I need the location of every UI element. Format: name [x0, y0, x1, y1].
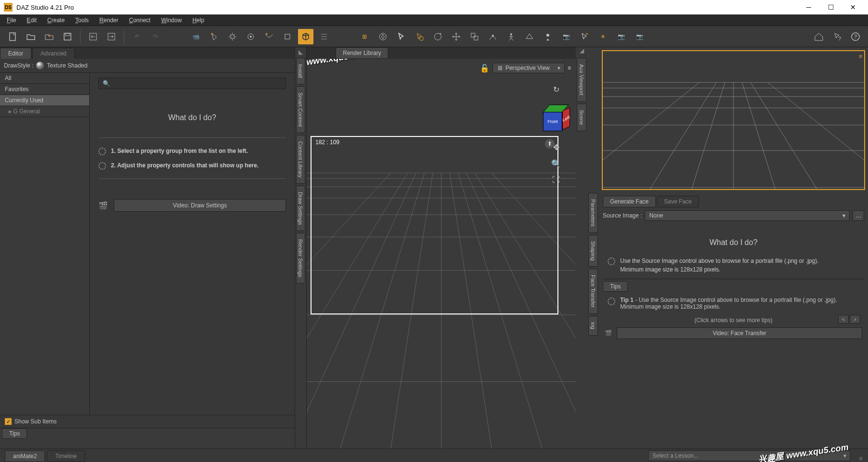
select-tool-icon[interactable] [393, 29, 409, 44]
help-icon[interactable]: ? [848, 29, 863, 44]
render-icon[interactable]: 📷 [558, 29, 574, 44]
sphere-icon[interactable] [36, 62, 44, 69]
source-image-dropdown[interactable]: None [645, 210, 850, 221]
aux-menu-icon[interactable]: ≡ [859, 53, 862, 60]
undo-icon[interactable]: ↶ [129, 29, 145, 44]
camera-settings-icon[interactable]: 📷 [613, 29, 629, 44]
lesson-selector[interactable]: Select a Lesson... [648, 450, 851, 461]
video-face-transfer-button[interactable]: Video: Face Transfer [617, 327, 862, 339]
video-draw-settings-button[interactable]: Video: Draw Settings [114, 199, 286, 212]
camera-lock-icon[interactable]: 🔓 [480, 64, 489, 73]
tip-prev-button[interactable]: < [838, 315, 849, 324]
frame-icon[interactable]: ⛶ [550, 174, 562, 186]
maximize-button[interactable]: ☐ [820, 0, 842, 14]
menu-help[interactable]: Help [188, 15, 209, 25]
region-select-icon[interactable] [412, 29, 427, 44]
filter-currently-used[interactable]: Currently Used [0, 95, 89, 106]
vtab-scene[interactable]: Scene [577, 104, 586, 131]
vtab-install[interactable]: Install [296, 58, 305, 84]
tab-generate-face[interactable]: Generate Face [603, 196, 656, 207]
add-linear-light-icon[interactable]: + [261, 29, 277, 44]
tab-render-library[interactable]: Render Library [336, 47, 388, 59]
menu-file[interactable]: File [2, 15, 21, 25]
view-selector[interactable]: ⊞ Perspective View [492, 63, 565, 73]
add-group-icon[interactable] [316, 29, 332, 44]
main-viewport[interactable]: 🔓 ⊞ Perspective View ≡ ↻ Left Front ✥ 🔍 … [307, 59, 576, 448]
tab-tips[interactable]: Tips [2, 428, 27, 439]
select-children-icon[interactable]: + [577, 29, 592, 44]
translate-tool-icon[interactable] [448, 29, 464, 44]
vtab-content-library[interactable]: Content Library [296, 135, 305, 184]
scale-tool-icon[interactable] [467, 29, 482, 44]
tab-tips[interactable]: Tips [603, 281, 628, 292]
viewport-menu-icon[interactable]: ≡ [568, 65, 571, 71]
pan-icon[interactable]: ✥ [550, 141, 562, 153]
search-input[interactable]: 🔍 [98, 78, 286, 89]
add-spotlight-icon[interactable]: + [206, 29, 222, 44]
vtab-parameters[interactable]: Parameters [588, 193, 598, 233]
orbit-icon[interactable]: ↻ [550, 83, 562, 95]
frame-icon[interactable] [375, 29, 391, 44]
tab-editor[interactable]: Editor [0, 48, 31, 59]
show-sub-items-checkbox[interactable]: ✓ Show Sub Items [5, 418, 290, 425]
context-help-icon[interactable]: ? [829, 29, 845, 44]
spot-render-icon[interactable] [540, 29, 556, 44]
vtab-shaping[interactable]: Shaping [588, 235, 598, 267]
vtab-render-settings[interactable]: Render Settings [296, 233, 305, 284]
save-file-icon[interactable] [60, 29, 75, 44]
filter-favorites[interactable]: Favorites [0, 84, 89, 95]
menu-window[interactable]: Window [156, 15, 187, 25]
panel-corner-icon[interactable]: ◢ [576, 47, 587, 57]
tab-advanced[interactable]: Advanced [32, 48, 74, 59]
view-cube[interactable]: Left Front [541, 103, 571, 133]
menu-create[interactable]: Create [42, 15, 69, 25]
add-null-icon[interactable] [280, 29, 295, 44]
bottom-menu-icon[interactable]: ≡ [854, 455, 868, 462]
tip-next-button[interactable]: > [850, 315, 860, 324]
menu-tools[interactable]: Tools [70, 15, 94, 25]
close-button[interactable]: ✕ [842, 0, 864, 14]
panel-corner-icon[interactable]: ◣ [295, 47, 306, 57]
menu-edit[interactable]: Edit [22, 15, 41, 25]
help-step-2: 2. Adjust the property controls that wil… [98, 161, 286, 170]
redo-icon[interactable]: ↷ [148, 29, 163, 44]
tab-animate2[interactable]: aniMate2 [5, 450, 45, 462]
snap-icon[interactable]: ⊞ [357, 29, 372, 44]
vtab-face-transfer[interactable]: Face Transfer [588, 269, 598, 314]
render-settings-icon[interactable]: 📷 [632, 29, 647, 44]
new-file-icon[interactable] [5, 29, 20, 44]
render-frame[interactable]: 182 : 109 ⬆ [311, 136, 558, 314]
export-icon[interactable] [104, 29, 119, 44]
open-file-icon[interactable] [23, 29, 39, 44]
zoom-icon[interactable]: 🔍 [550, 157, 562, 170]
tab-timeline[interactable]: Timeline [47, 450, 85, 462]
add-point-light-icon[interactable] [243, 29, 258, 44]
lights-toggle-icon[interactable]: ☀ [595, 29, 610, 44]
filter-general[interactable]: G General [0, 106, 89, 117]
minimize-button[interactable]: ─ [798, 0, 820, 14]
universal-tool-icon[interactable] [485, 29, 501, 44]
add-camera-icon[interactable]: 📹 [188, 29, 203, 44]
menu-render[interactable]: Render [95, 15, 123, 25]
surface-tool-icon[interactable] [522, 29, 537, 44]
tab-save-face[interactable]: Save Face [657, 196, 699, 207]
menu-connect[interactable]: Connect [124, 15, 155, 25]
aux-viewport[interactable]: ≡ [602, 50, 865, 190]
drawstyle-value[interactable]: Texture Shaded [47, 62, 87, 69]
active-pose-icon[interactable] [503, 29, 519, 44]
vtab-smart-content[interactable]: Smart Content [296, 86, 305, 133]
browse-button[interactable]: … [853, 210, 864, 221]
vtab-posing[interactable]: ing [588, 316, 598, 336]
merge-file-icon[interactable] [41, 29, 57, 44]
vtab-draw-settings[interactable]: Draw Settings [296, 186, 305, 231]
daz-home-icon[interactable] [811, 29, 827, 44]
checkbox-checked-icon: ✓ [5, 418, 12, 425]
rotate-tool-icon[interactable] [430, 29, 446, 44]
add-distant-light-icon[interactable] [225, 29, 240, 44]
vtab-aux-viewport[interactable]: Aux Viewport [577, 58, 586, 102]
import-icon[interactable] [85, 29, 101, 44]
right-tabstrip-b: Parameters Shaping Face Transfer ing [587, 47, 599, 448]
svg-rect-15 [474, 36, 478, 40]
filter-all[interactable]: All [0, 73, 89, 84]
add-primitive-icon[interactable] [298, 29, 313, 44]
